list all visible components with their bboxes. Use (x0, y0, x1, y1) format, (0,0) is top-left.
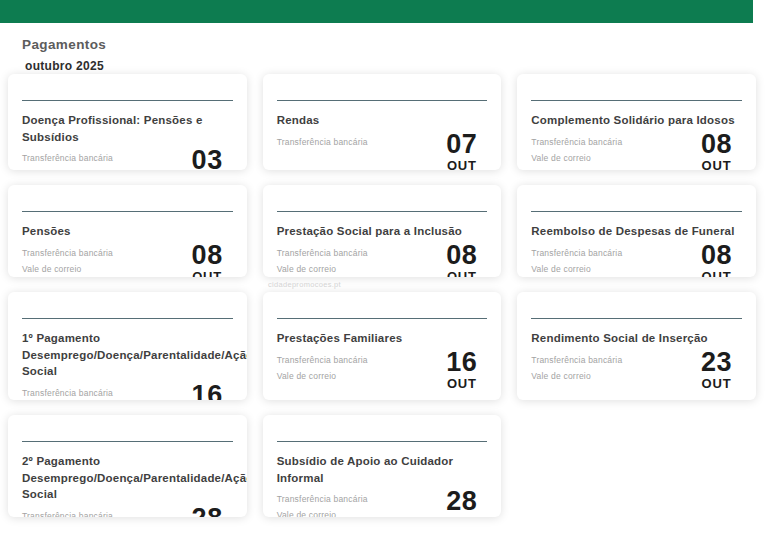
payment-day: 03 (192, 146, 223, 170)
page-head: Pagamentos outubro 2025 (0, 23, 768, 73)
payment-card[interactable]: Subsídio de Apoio ao Cuidador Informal T… (263, 415, 502, 517)
card-bottom: Transferência bancáriaVale de correio 08… (531, 134, 742, 170)
payment-card-title: Complemento Solidário para Idosos (531, 112, 742, 129)
payment-methods: Transferência bancáriaVale de correio (277, 491, 368, 517)
top-bar (0, 0, 753, 23)
payment-date: 07 OUT (446, 130, 477, 170)
payment-method: Vale de correio (22, 166, 113, 170)
card-bottom: Transferência bancáriaVale de correio 16… (277, 352, 488, 391)
payment-card-title: Doença Profissional: Pensões e Subsídios (22, 112, 233, 145)
payment-date: 28 OUT (192, 504, 223, 517)
payment-card-title: Reembolso de Despesas de Funeral (531, 223, 742, 240)
payment-card[interactable]: Prestação Social para a Inclusão Transfe… (263, 185, 502, 277)
card-divider (531, 318, 742, 319)
payment-method: Transferência bancária (22, 245, 113, 261)
payment-day: 08 (701, 130, 732, 158)
page-subtitle-month: outubro 2025 (25, 59, 768, 73)
payment-card-title: 1º Pagamento Desemprego/Doença/Parentali… (22, 330, 233, 380)
payment-methods: Transferência bancáriaVale de correio (22, 245, 113, 277)
payment-method: Transferência bancária (531, 352, 622, 368)
payment-card-title: Rendimento Social de Inserção (531, 330, 742, 347)
payment-date: 23 OUT (701, 348, 732, 391)
payments-cards-grid: Doença Profissional: Pensões e Subsídios… (8, 74, 756, 517)
payment-date: 08 OUT (701, 130, 732, 170)
payment-card-title: 2º Pagamento Desemprego/Doença/Parentali… (22, 453, 233, 503)
payment-methods: Transferência bancáriaVale de correio (277, 352, 368, 384)
card-divider (531, 211, 742, 212)
payment-methods: Transferência bancáriaVale de correio (531, 352, 622, 384)
payment-day: 28 (192, 504, 223, 517)
payment-methods: Transferência bancáriaVale de correio (22, 508, 113, 517)
payment-month: OUT (701, 269, 732, 277)
payment-month: OUT (446, 376, 477, 391)
payment-day: 16 (446, 348, 477, 376)
card-divider (22, 441, 233, 442)
payment-day: 07 (446, 130, 477, 158)
payment-date: 08 OUT (446, 241, 477, 277)
payment-method: Vale de correio (531, 368, 622, 384)
payment-date: 08 OUT (192, 241, 223, 277)
payment-method: Transferência bancária (531, 134, 622, 150)
card-bottom: Transferência bancáriaVale de correio 03… (22, 150, 233, 170)
payment-day: 28 (446, 487, 477, 515)
card-divider (277, 100, 488, 101)
payment-month: OUT (446, 158, 477, 170)
payment-methods: Transferência bancáriaVale de correio (277, 245, 368, 277)
page-title: Pagamentos (22, 37, 768, 52)
payment-date: 16 OUT (192, 381, 223, 400)
payment-methods: Transferência bancária (277, 134, 368, 150)
payment-card[interactable]: 2º Pagamento Desemprego/Doença/Parentali… (8, 415, 247, 517)
payment-method: Vale de correio (531, 261, 622, 277)
card-bottom: Transferência bancáriaVale de correio 28… (22, 508, 233, 517)
payment-card[interactable]: Complemento Solidário para Idosos Transf… (517, 74, 756, 170)
payment-card-title: Rendas (277, 112, 488, 129)
card-bottom: Transferência bancária 07 OUT (277, 134, 488, 170)
card-bottom: Transferência bancáriaVale de correio 08… (22, 245, 233, 277)
payment-method: Vale de correio (22, 261, 113, 277)
payment-methods: Transferência bancáriaVale de correio (531, 134, 622, 166)
payment-method: Vale de correio (277, 368, 368, 384)
card-bottom: Transferência bancáriaVale de correio 28… (277, 491, 488, 517)
payment-card-title: Pensões (22, 223, 233, 240)
payment-method: Vale de correio (277, 507, 368, 517)
payment-day: 08 (701, 241, 732, 269)
payment-card[interactable]: Rendas Transferência bancária 07 OUT (263, 74, 502, 170)
payment-month: OUT (446, 269, 477, 277)
payment-method: Transferência bancária (277, 245, 368, 261)
card-divider (277, 318, 488, 319)
payment-day: 08 (192, 241, 223, 269)
payment-month: OUT (701, 158, 732, 170)
payment-card[interactable]: Reembolso de Despesas de Funeral Transfe… (517, 185, 756, 277)
card-divider (277, 211, 488, 212)
payment-card[interactable]: Rendimento Social de Inserção Transferên… (517, 292, 756, 400)
card-divider (22, 318, 233, 319)
payment-date: 03 OUT (192, 146, 223, 170)
payment-method: Transferência bancária (22, 385, 113, 400)
payment-card-title: Prestação Social para a Inclusão (277, 223, 488, 240)
payment-method: Transferência bancária (277, 352, 368, 368)
payment-date: 08 OUT (701, 241, 732, 277)
payment-date: 28 OUT (446, 487, 477, 517)
payment-card[interactable]: Doença Profissional: Pensões e Subsídios… (8, 74, 247, 170)
payment-card[interactable]: Prestações Familiares Transferência banc… (263, 292, 502, 400)
payment-method: Transferência bancária (22, 508, 113, 517)
card-bottom: Transferência bancáriaVale de correio 08… (531, 245, 742, 277)
payment-month: OUT (701, 376, 732, 391)
payment-method: Vale de correio (277, 261, 368, 277)
card-bottom: Transferência bancáriaVale de correio 23… (531, 352, 742, 391)
card-bottom: Transferência bancáriaVale de correio 16… (22, 385, 233, 400)
payment-method: Transferência bancária (277, 134, 368, 150)
payment-day: 23 (701, 348, 732, 376)
payment-methods: Transferência bancáriaVale de correio (22, 385, 113, 400)
watermark: cidadepromocoes.pt (268, 280, 341, 289)
payment-method: Transferência bancária (22, 150, 113, 166)
payment-month: OUT (446, 516, 477, 517)
card-divider (277, 441, 488, 442)
payment-method: Transferência bancária (531, 245, 622, 261)
payment-month: OUT (192, 269, 223, 277)
payment-methods: Transferência bancáriaVale de correio (22, 150, 113, 170)
payment-card-title: Subsídio de Apoio ao Cuidador Informal (277, 453, 488, 486)
app-header: Pagamentos outubro 2025 (0, 0, 768, 73)
payment-card[interactable]: 1º Pagamento Desemprego/Doença/Parentali… (8, 292, 247, 400)
payment-card[interactable]: Pensões Transferência bancáriaVale de co… (8, 185, 247, 277)
